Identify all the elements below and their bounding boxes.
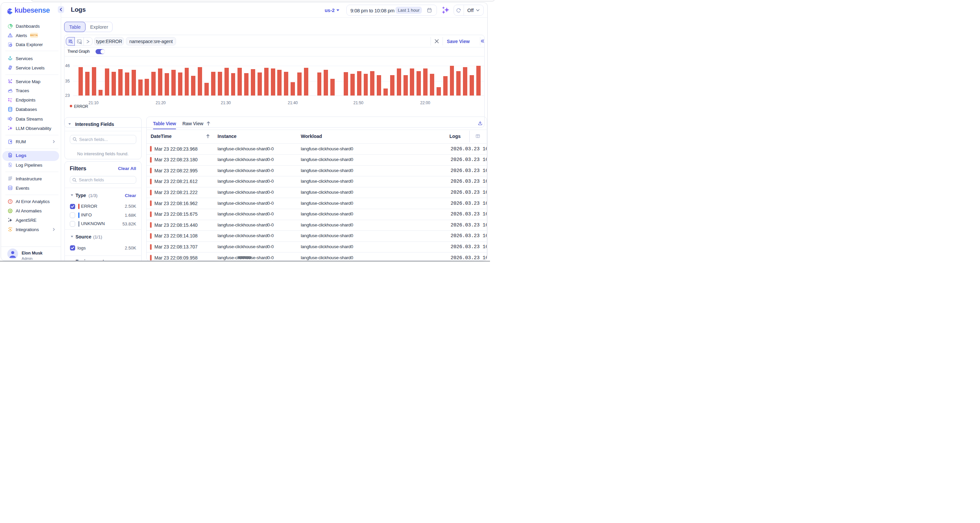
svg-text:K8: K8 xyxy=(9,187,12,189)
